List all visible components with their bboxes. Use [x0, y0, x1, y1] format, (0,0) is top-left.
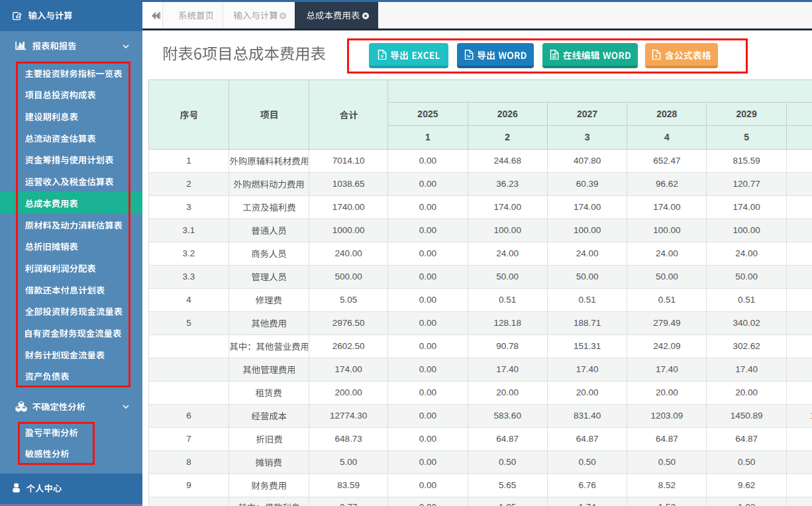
svg-text:x: x [381, 52, 384, 59]
svg-text:x: x [655, 52, 658, 59]
svg-text:w: w [467, 52, 472, 59]
